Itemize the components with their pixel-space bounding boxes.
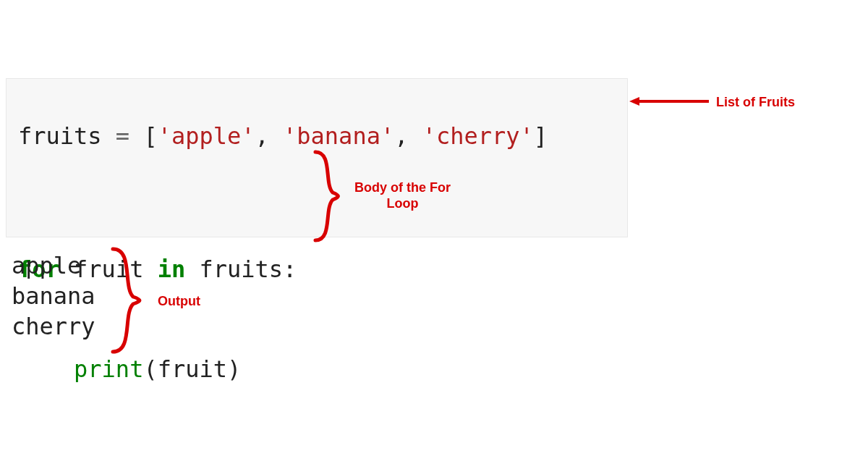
brace-icon: [109, 246, 148, 355]
code-colon: :: [283, 256, 297, 283]
annotation-output: Output: [158, 293, 200, 309]
code-bracket-close: ]: [534, 122, 548, 150]
annotation-body-of-loop: Body of the For Loop: [354, 180, 451, 211]
output-line-3: cherry: [12, 311, 95, 342]
code-argument: fruit: [158, 355, 227, 383]
annotation-body-line1: Body of the For: [354, 180, 451, 195]
code-iterable: fruits: [199, 256, 283, 283]
output-line-2: banana: [12, 281, 95, 311]
svg-marker-1: [629, 97, 639, 106]
code-function: print: [74, 355, 143, 383]
code-comma: ,: [394, 122, 422, 150]
code-keyword-in: in: [158, 256, 186, 283]
code-string-1: 'apple': [158, 122, 255, 150]
code-paren-open: (: [143, 355, 157, 383]
code-indent: [18, 355, 74, 383]
code-paren-close: ): [227, 355, 241, 383]
diagram-stage: fruits = ['apple', 'banana', 'cherry'] f…: [0, 0, 868, 456]
arrow-icon: [629, 94, 709, 109]
annotation-body-line2: Loop: [354, 195, 451, 211]
output-block: apple banana cherry: [12, 250, 95, 342]
annotation-list-of-fruits: List of Fruits: [716, 94, 795, 110]
code-variable: fruits: [18, 122, 102, 150]
code-bracket-open: [: [143, 122, 157, 150]
code-comma: ,: [255, 122, 284, 150]
output-line-1: apple: [12, 250, 95, 281]
code-operator: =: [102, 122, 144, 150]
code-string-3: 'cherry': [422, 122, 534, 150]
code-space: [185, 256, 199, 283]
code-line-4: print(fruit): [7, 319, 627, 419]
brace-icon: [311, 149, 347, 243]
code-string-2: 'banana': [283, 122, 394, 150]
